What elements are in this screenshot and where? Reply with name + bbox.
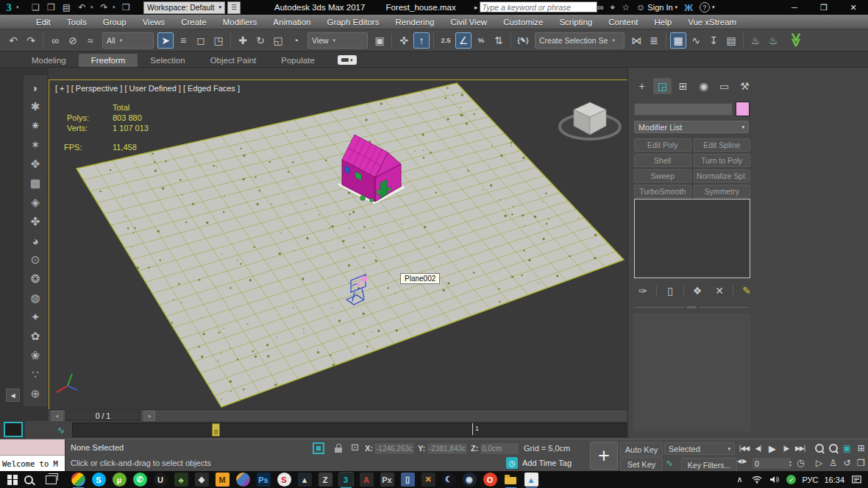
go-to-start-button[interactable]: |◀◀ <box>737 442 751 455</box>
set-key-button[interactable]: Set Key <box>620 457 663 471</box>
freeform-tool-8-icon[interactable]: ✤ <box>24 212 46 231</box>
current-frame-field[interactable] <box>752 457 791 470</box>
taskbar-films-icon[interactable]: ▯ <box>401 473 415 487</box>
render-icon[interactable]: ♨ <box>765 32 781 49</box>
user-account-icon[interactable]: ☺ Sign In ▾ <box>636 2 677 13</box>
time-configuration-icon[interactable]: ◷ <box>797 458 804 468</box>
normalize-spline-button[interactable]: Normalize Spl. <box>694 169 751 183</box>
freeform-tool-17-icon[interactable]: ⊕ <box>24 384 46 403</box>
modifier-stack[interactable] <box>634 199 750 278</box>
perspective-viewport[interactable]: [ + ] [ Perspective ] [ User Defined ] [… <box>49 79 628 410</box>
select-and-manipulate-icon[interactable]: ✜ <box>396 32 412 49</box>
tab-object-paint[interactable]: Object Paint <box>198 54 269 67</box>
object-color-swatch[interactable] <box>736 102 750 116</box>
taskbar-autocad-icon[interactable]: A <box>360 473 374 487</box>
search-arrow-icon[interactable]: ▸ <box>474 4 478 11</box>
zoom-icon[interactable] <box>812 442 826 455</box>
undo-scene-icon[interactable]: ↶ <box>75 1 89 13</box>
taskbar-photos-icon[interactable]: ▲ <box>524 473 538 487</box>
rectangular-selection-icon[interactable]: ◻ <box>193 32 209 49</box>
previous-frame-button[interactable]: ◀| <box>751 442 765 455</box>
taskbar-steam-icon[interactable]: ◉ <box>463 473 477 487</box>
select-and-place-icon[interactable]: ◔ <box>288 32 304 49</box>
menu-civil-view[interactable]: Civil View <box>442 15 495 29</box>
x-coord-field[interactable] <box>374 442 415 455</box>
go-to-end-button[interactable]: ▶▶| <box>793 442 807 455</box>
snaps-toggle-icon[interactable]: 2.5 <box>438 32 454 49</box>
taskbar-unreal-icon[interactable]: U <box>154 473 168 487</box>
scroll-left-button[interactable]: ◀ <box>6 389 20 402</box>
taskbar-skype-icon[interactable]: S <box>92 473 106 487</box>
toggle-scene-explorer-icon[interactable]: ▦ <box>670 32 686 49</box>
taskbar-utorrent-icon[interactable]: µ <box>113 473 127 487</box>
freeform-tool-10-icon[interactable]: ⊙ <box>24 250 46 269</box>
menu-edit[interactable]: Edit <box>28 15 59 29</box>
favorites-star-icon[interactable]: ☆ <box>622 2 630 13</box>
turn-to-poly-button[interactable]: Turn to Poly <box>694 154 751 167</box>
select-and-rotate-icon[interactable]: ↻ <box>252 32 268 49</box>
unlink-selection-icon[interactable]: ⊘ <box>65 32 81 49</box>
menu-animation[interactable]: Animation <box>265 15 319 29</box>
play-button[interactable]: ▶ <box>765 442 779 455</box>
volume-icon[interactable] <box>769 475 780 484</box>
menu-graph-editors[interactable]: Graph Editors <box>319 15 387 29</box>
select-and-link-icon[interactable]: ∞ <box>47 32 63 49</box>
menu-views[interactable]: Views <box>135 15 173 29</box>
help-icon[interactable]: ? ▾ <box>700 2 715 13</box>
maximize-viewport-icon[interactable]: ❐ <box>854 456 868 470</box>
walk-through-icon[interactable]: ♙ <box>826 456 840 470</box>
track-bar[interactable]: 0 1 <box>72 422 627 437</box>
menu-group[interactable]: Group <box>95 15 135 29</box>
freeform-tool-11-icon[interactable]: ❂ <box>24 269 46 289</box>
freeform-tool-15-icon[interactable]: ❀ <box>24 346 46 365</box>
start-button-icon[interactable] <box>7 475 18 485</box>
taskbar-photoshop-icon[interactable]: Ps <box>257 473 271 487</box>
mini-curve-editor-button[interactable]: ∿ <box>53 423 69 436</box>
add-time-tag-label[interactable]: Add Time Tag <box>522 459 572 467</box>
redo-caret-icon[interactable]: ▾ <box>113 4 118 10</box>
viewcube[interactable] <box>560 102 620 139</box>
taskbar-whatsapp-icon[interactable]: ✆ <box>133 473 147 487</box>
toggle-ribbon-icon[interactable]: ↧ <box>705 32 722 49</box>
undo-caret-icon[interactable]: ▾ <box>90 4 96 10</box>
angle-snap-icon[interactable]: ∠ <box>455 32 472 49</box>
focused-panel-indicator[interactable] <box>4 422 23 437</box>
freeform-tool-12-icon[interactable]: ◍ <box>24 289 46 308</box>
time-slider-handle[interactable]: 0 <box>212 423 220 436</box>
freeform-tool-7-icon[interactable]: ◈ <box>24 193 46 212</box>
bind-to-spacewarp-icon[interactable]: ≈ <box>82 32 99 49</box>
field-of-view-icon[interactable]: ▷ <box>812 456 826 470</box>
named-selection-sets-dropdown[interactable]: Create Selection Se ▾ <box>535 32 625 49</box>
workspace-menu-button[interactable]: ☰ <box>227 1 241 14</box>
taskbar-chrome-icon[interactable] <box>71 473 85 487</box>
next-frame-button[interactable]: |▶ <box>779 442 793 455</box>
clock-label[interactable]: 16:34 <box>824 475 844 484</box>
tab-populate[interactable]: Populate <box>268 54 327 67</box>
edit-poly-button[interactable]: Edit Poly <box>634 138 691 152</box>
listener-output-row[interactable]: Welcome to M <box>0 456 65 471</box>
select-object-icon[interactable]: ➤ <box>157 32 174 49</box>
restore-button[interactable]: ❐ <box>809 0 839 15</box>
show-end-result-icon[interactable]: ▯ <box>662 283 678 299</box>
motion-tab[interactable]: ◉ <box>694 78 713 94</box>
redo-icon[interactable]: ↷ <box>23 32 39 49</box>
hierarchy-tab[interactable]: ⊞ <box>674 78 692 94</box>
next-frame-slider-button[interactable]: > <box>143 411 155 421</box>
frame-spin-down-icon[interactable]: ▼ <box>789 464 792 467</box>
undo-icon[interactable]: ↶ <box>5 32 21 49</box>
tab-selection[interactable]: Selection <box>138 54 197 67</box>
menu-rendering[interactable]: Rendering <box>387 15 442 29</box>
freeform-tool-14-icon[interactable]: ✿ <box>24 327 46 346</box>
curve-editor-icon[interactable]: ∿ <box>688 32 704 49</box>
menu-create[interactable]: Create <box>173 15 215 29</box>
taskbar-explorer-icon[interactable] <box>504 473 518 487</box>
freeform-tool-4-icon[interactable]: ✶ <box>24 135 46 155</box>
z-coord-field[interactable] <box>480 442 519 455</box>
search-knowledge-icon[interactable]: ∞ <box>597 2 604 13</box>
taskbar-search-icon[interactable] <box>18 471 40 488</box>
zoom-extents-icon[interactable]: ▣ <box>840 442 854 455</box>
menu-help[interactable]: Help <box>646 15 680 29</box>
utilities-tab[interactable]: ⚒ <box>736 78 754 94</box>
freeform-tool-3-icon[interactable]: ✷ <box>24 116 46 135</box>
taskbar-worldmachine-icon[interactable]: ▲ <box>298 473 312 487</box>
